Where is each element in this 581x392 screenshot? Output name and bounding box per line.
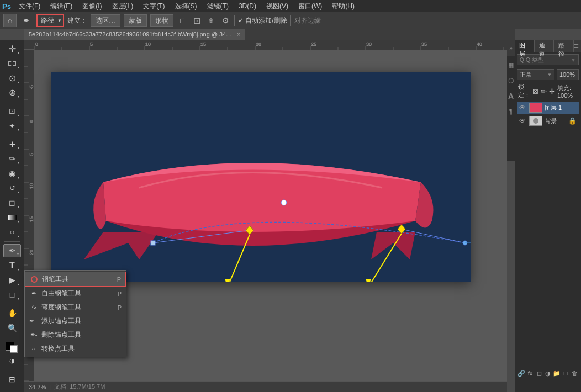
path-mode-dropdown[interactable]: 路径	[36, 14, 64, 27]
hand-tool[interactable]: ✋	[3, 306, 21, 320]
eyedropper-tool[interactable]: ✦ ▾	[3, 119, 21, 133]
left-toolbar: ✛ ▾ ▾ ⊙ ▾ ⊛ ▾ ⊡ ▾ ✦ ▾ ✚ ▾ ✏ ▾ ◉ ▾ ↺ ▾ ◻ …	[0, 40, 24, 392]
menu-filter[interactable]: 滤镜(T)	[203, 1, 233, 12]
curve-pen-menu-item[interactable]: ∿ 弯度钢笔工具 P	[25, 300, 126, 314]
separator-color	[4, 337, 20, 337]
layer-bg-row[interactable]: 👁 背景 🔒	[517, 115, 579, 127]
shape-tool-icon: □	[10, 290, 14, 299]
menu-bar: Ps 文件(F) 编辑(E) 图像(I) 图层(L) 文字(T) 选择(S) 滤…	[0, 0, 581, 12]
selection-button[interactable]: 选区…	[91, 14, 120, 27]
adjustment-layer-btn[interactable]: ◑	[543, 368, 552, 379]
tool-tri4: ▾	[18, 94, 19, 98]
marquee-tool[interactable]: ▾	[3, 57, 21, 71]
layer-1-row[interactable]: 👁 图层 1	[517, 102, 579, 114]
separator1	[234, 15, 235, 26]
remove-anchor-menu-item[interactable]: ✒- 删除锚点工具	[25, 328, 126, 342]
zoom-level[interactable]: 34.2%	[29, 384, 46, 390]
anchor-icon[interactable]: ⊡	[191, 15, 202, 26]
layer-style-btn[interactable]: fx	[526, 368, 535, 379]
ruler-top: 0 5 10 15 20 25 30	[34, 40, 507, 50]
type-tool[interactable]: T ▾	[3, 258, 21, 272]
shape-button[interactable]: 形状	[150, 14, 173, 27]
shape-tool[interactable]: □ ▾	[3, 288, 21, 302]
link-layers-btn[interactable]: 🔗	[517, 368, 526, 379]
menu-image[interactable]: 图像(I)	[78, 1, 106, 12]
pen-tool[interactable]: ✒ ▾	[3, 244, 21, 258]
menu-view[interactable]: 视图(V)	[262, 1, 293, 12]
layer-mask-btn[interactable]: ◻	[535, 368, 543, 379]
collapse-panel-button[interactable]: »	[507, 40, 515, 56]
menu-layer[interactable]: 图层(L)	[108, 1, 138, 12]
layer-bg-visibility-eye[interactable]: 👁	[519, 117, 526, 125]
mode-toggle[interactable]: ◑	[3, 352, 21, 369]
screen-mode[interactable]: ⊟	[3, 371, 21, 388]
layer-1-visibility-eye[interactable]: 👁	[519, 104, 526, 112]
menu-help[interactable]: 帮助(H)	[328, 1, 359, 12]
lock-image-btn[interactable]: ✏	[541, 87, 547, 96]
lock-transparent-btn[interactable]: ⊠	[532, 87, 538, 96]
layer-bg-name: 背景	[545, 117, 557, 125]
add-anchor-menu-item[interactable]: ✒+ 添加锚点工具	[25, 314, 126, 328]
gear-icon[interactable]: ⚙	[220, 15, 231, 26]
move-tool[interactable]: ✛ ▾	[3, 42, 21, 56]
history-brush-icon: ↺	[9, 184, 15, 192]
panel-menu-btn[interactable]: ☰	[574, 40, 581, 52]
menu-file[interactable]: 文件(F)	[14, 1, 45, 12]
search-icon: Q	[520, 57, 524, 63]
quick-select-tool[interactable]: ⊛ ▾	[3, 86, 21, 100]
hand-icon: ✋	[8, 309, 17, 317]
tool-tri9: ▾	[18, 176, 19, 179]
document-tab[interactable]: 5e283b114c4b7d66c33a772c83526d9361091fc8…	[24, 29, 245, 40]
layer-1-thumb	[529, 103, 542, 113]
menu-text[interactable]: 文字(T)	[139, 1, 169, 12]
tab-close-button[interactable]: ×	[237, 31, 240, 38]
history-brush-tool[interactable]: ↺ ▾	[3, 182, 21, 195]
heal-tool[interactable]: ✚ ▾	[3, 137, 21, 151]
lasso-icon: ⊙	[9, 73, 16, 83]
menu-select[interactable]: 选择(S)	[171, 1, 202, 12]
menu-edit[interactable]: 编辑(E)	[46, 1, 77, 12]
svg-text:40: 40	[477, 41, 482, 47]
new-group-btn[interactable]: 📁	[552, 368, 561, 379]
blend-dropdown-arrow: ▼	[547, 72, 552, 77]
brush-tool[interactable]: ✏ ▾	[3, 152, 21, 166]
convert-anchor-label: 转换点工具	[41, 344, 118, 353]
warp-icon[interactable]: ⊕	[205, 15, 216, 26]
search-dropdown-icon[interactable]: ▼	[571, 57, 576, 63]
channels-tab[interactable]: 通道	[535, 40, 554, 52]
opacity-input[interactable]: 100%	[557, 69, 579, 80]
home-button[interactable]: ⌂	[3, 14, 17, 27]
ribbon-svg	[51, 72, 471, 282]
gradient-tool[interactable]: ▾	[3, 211, 21, 225]
menu-3d[interactable]: 3D(D)	[234, 1, 261, 11]
layers-tab[interactable]: 图层	[515, 40, 535, 52]
dodge-tool[interactable]: ○ ▾	[3, 225, 21, 239]
lasso-tool[interactable]: ⊙ ▾	[3, 71, 21, 85]
pen-tool-menu-item[interactable]: 钢笔工具 P	[25, 272, 126, 287]
tool-tri5: ▾	[18, 113, 19, 117]
separator-mid1	[4, 135, 20, 135]
paths-tab[interactable]: 路径	[554, 40, 574, 52]
mask-button[interactable]: 蒙版	[124, 14, 147, 27]
svg-rect-63	[151, 241, 155, 245]
pen-options-icon[interactable]: ✒	[20, 14, 33, 27]
free-pen-menu-item[interactable]: ✒ 自由钢笔工具 P	[25, 287, 126, 300]
new-layer-btn[interactable]: □	[561, 368, 570, 379]
stamp-tool[interactable]: ◉ ▾	[3, 167, 21, 181]
document-canvas[interactable]	[51, 72, 471, 282]
zoom-tool[interactable]: 🔍	[3, 321, 21, 335]
layer-bg-thumb	[529, 116, 542, 126]
delete-layer-btn[interactable]: 🗑	[570, 368, 579, 379]
fill-input[interactable]: 填充: 100%	[557, 84, 578, 99]
lock-position-btn[interactable]: ✛	[549, 87, 555, 96]
background-color[interactable]	[10, 345, 18, 353]
eraser-tool[interactable]: ◻ ▾	[3, 196, 21, 210]
search-box[interactable]: Q Q 类型 ▼	[517, 54, 579, 65]
menu-window[interactable]: 窗口(W)	[294, 1, 326, 12]
svg-text:10: 10	[29, 183, 34, 189]
path-select-tool[interactable]: ▶ ▾	[3, 273, 21, 287]
convert-anchor-menu-item[interactable]: ↔ 转换点工具	[25, 342, 126, 356]
blend-mode-dropdown[interactable]: 正常 ▼	[517, 69, 554, 80]
crop-tool[interactable]: ⊡ ▾	[3, 104, 21, 118]
shape-icon[interactable]: ◻	[177, 15, 188, 26]
